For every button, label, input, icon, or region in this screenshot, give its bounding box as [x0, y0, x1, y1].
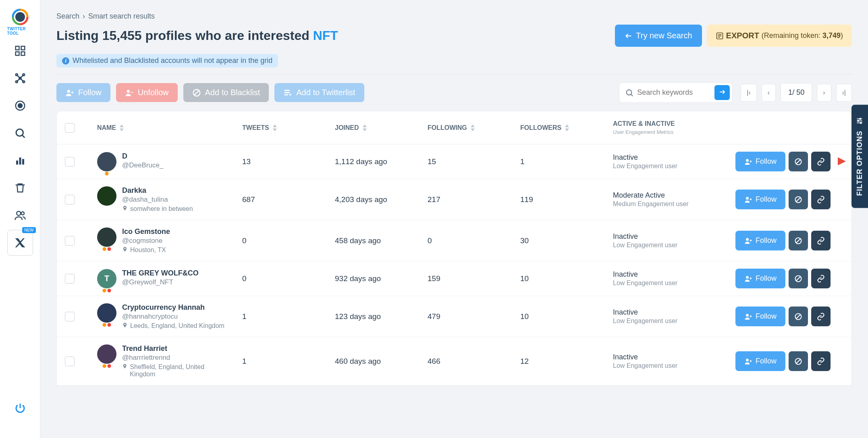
- nav-twitter-x[interactable]: NEW: [7, 230, 33, 256]
- col-followers[interactable]: FOLLOWERS: [520, 124, 613, 131]
- add-blacklist-button[interactable]: Add to Blacklist: [183, 83, 269, 102]
- filter-label: FILTER OPTIONS: [856, 131, 864, 196]
- nav-target[interactable]: [7, 93, 33, 119]
- nav-search[interactable]: [7, 120, 33, 146]
- bulk-unfollow-button[interactable]: Unfollow: [116, 83, 178, 102]
- search-submit-button[interactable]: [714, 85, 730, 100]
- block-icon: [794, 357, 802, 365]
- row-link-button[interactable]: [811, 269, 831, 288]
- row-follow-button[interactable]: Follow: [735, 231, 785, 250]
- row-follow-button[interactable]: Follow: [735, 190, 785, 209]
- svg-line-17: [22, 135, 25, 138]
- row-checkbox[interactable]: [65, 157, 75, 167]
- row-block-button[interactable]: [789, 152, 808, 171]
- profile-name: THE GREY WOLF&CO: [122, 269, 199, 277]
- tweets-cell: 1: [242, 357, 335, 366]
- add-twitterlist-button[interactable]: Add to Twitterlist: [274, 83, 364, 102]
- person-add-icon: [744, 237, 752, 245]
- col-following[interactable]: FOLLOWING: [428, 124, 520, 131]
- avatar: [97, 152, 116, 171]
- nav-network[interactable]: [7, 65, 33, 91]
- profile-handle: @DeeBruce_: [122, 161, 163, 169]
- svg-line-11: [20, 75, 24, 78]
- link-icon: [817, 237, 825, 245]
- new-search-label: Try new Search: [636, 31, 692, 40]
- row-checkbox[interactable]: [65, 236, 75, 246]
- row-link-button[interactable]: [811, 152, 831, 171]
- try-new-search-button[interactable]: Try new Search: [615, 25, 702, 47]
- avatar: [97, 303, 116, 323]
- row-link-button[interactable]: [811, 351, 831, 371]
- row-follow-button[interactable]: Follow: [735, 152, 785, 171]
- row-block-button[interactable]: [789, 351, 808, 371]
- first-page-button[interactable]: |‹: [741, 84, 756, 102]
- last-page-button[interactable]: ›|: [836, 84, 852, 102]
- svg-point-68: [746, 359, 749, 361]
- following-cell: 479: [428, 312, 520, 321]
- following-cell: 466: [428, 357, 520, 366]
- row-block-button[interactable]: [789, 231, 808, 250]
- row-link-button[interactable]: [811, 190, 831, 209]
- next-page-button[interactable]: ›: [817, 84, 831, 102]
- search-input[interactable]: [634, 83, 714, 102]
- row-link-button[interactable]: [811, 307, 831, 326]
- link-icon: [817, 158, 825, 166]
- tweets-cell: 0: [242, 236, 335, 245]
- row-block-button[interactable]: [789, 307, 808, 326]
- table-row: D @DeeBruce_ 13 1,112 days ago 15 1 Inac…: [57, 144, 851, 179]
- filter-options-tab[interactable]: FILTER OPTIONS: [851, 105, 868, 208]
- row-block-button[interactable]: [789, 190, 808, 209]
- sort-icon: [272, 124, 277, 131]
- row-checkbox[interactable]: [65, 357, 75, 366]
- profile-name: D: [122, 152, 163, 161]
- row-link-button[interactable]: [811, 231, 831, 250]
- bulk-follow-button[interactable]: Follow: [56, 83, 110, 102]
- row-follow-button[interactable]: Follow: [735, 351, 785, 371]
- person-add-icon: [744, 158, 752, 166]
- svg-rect-1: [15, 46, 19, 50]
- title-keyword: NFT: [313, 28, 338, 43]
- select-all-checkbox[interactable]: [65, 123, 75, 133]
- engagement-cell: Inactive Low Engagement user: [613, 353, 734, 369]
- sliders-icon: [856, 117, 864, 125]
- col-tweets[interactable]: TWEETS: [242, 124, 335, 131]
- nav-analytics[interactable]: [7, 148, 33, 173]
- person-add-icon: [65, 88, 74, 97]
- row-block-button[interactable]: [789, 269, 808, 288]
- svg-line-47: [796, 159, 801, 164]
- row-follow-button[interactable]: Follow: [735, 269, 785, 288]
- row-checkbox[interactable]: [65, 312, 75, 321]
- svg-point-53: [746, 238, 749, 241]
- page-title: Listing 15,455 profiles who are interest…: [56, 28, 338, 43]
- location-icon: [122, 322, 128, 328]
- engagement-cell: Inactive Low Engagement user: [613, 153, 734, 170]
- avatar: [97, 227, 116, 247]
- svg-point-78: [860, 118, 861, 119]
- row-follow-button[interactable]: Follow: [735, 307, 785, 326]
- person-remove-icon: [125, 88, 134, 97]
- avatar: [97, 186, 116, 206]
- power-button[interactable]: [7, 395, 33, 421]
- svg-rect-36: [284, 92, 290, 93]
- svg-line-52: [796, 197, 801, 202]
- location-icon: [122, 205, 128, 211]
- nav-people[interactable]: [7, 202, 33, 228]
- info-banner: i Whitelisted and Blacklisted accounts w…: [56, 54, 278, 67]
- breadcrumb-root[interactable]: Search: [56, 12, 79, 21]
- nav-dashboard[interactable]: [7, 38, 33, 64]
- export-button[interactable]: EXPORT (Remaining token: 3,749): [707, 25, 852, 47]
- svg-point-21: [17, 211, 21, 215]
- col-joined[interactable]: JOINED: [335, 124, 428, 131]
- nav-trash[interactable]: [7, 175, 33, 201]
- prev-page-button[interactable]: ‹: [762, 84, 776, 102]
- following-cell: 159: [428, 274, 520, 283]
- row-checkbox[interactable]: [65, 274, 75, 284]
- col-name[interactable]: NAME: [97, 124, 242, 131]
- person-add-icon: [744, 196, 752, 204]
- svg-line-13: [20, 78, 24, 82]
- profile-handle: @hannahcryptocu: [122, 313, 224, 321]
- profile-handle: @Greywolf_NFT: [122, 278, 199, 286]
- block-icon: [794, 275, 802, 283]
- row-checkbox[interactable]: [65, 195, 75, 204]
- table-row: Ico Gemstone @cogmstone Houston, TX 0 45…: [57, 220, 851, 261]
